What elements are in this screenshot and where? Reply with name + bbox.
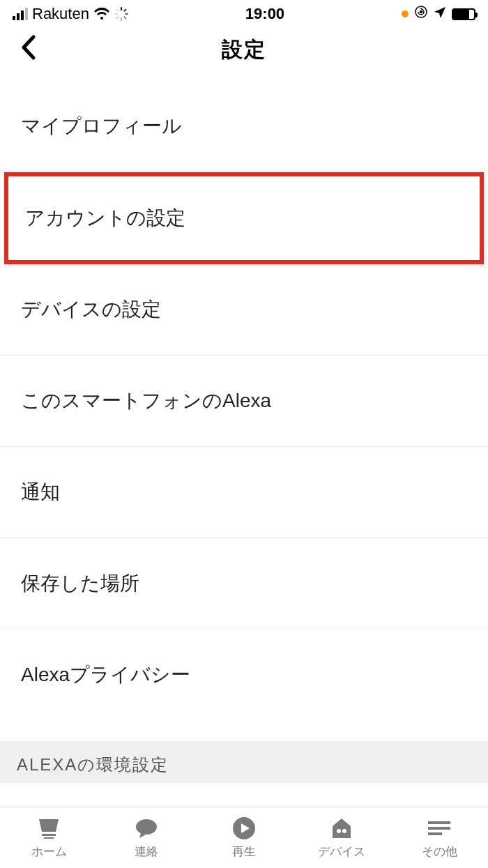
cellular-signal-icon [13,8,28,20]
row-label: Alexaプライバシー [21,664,190,685]
tab-devices[interactable]: デバイス [293,807,390,868]
carrier-label: Rakuten [32,5,89,23]
svg-point-15 [342,829,346,833]
row-alexa-on-phone[interactable]: このスマートフォンのAlexa [0,356,488,447]
clock-label: 19:00 [245,5,284,23]
svg-line-7 [117,10,119,11]
row-alexa-privacy[interactable]: Alexaプライバシー [0,630,488,720]
row-account-settings[interactable]: アカウントの設定 [4,172,484,264]
home-icon [35,816,63,841]
row-label: このスマートフォンのAlexa [21,390,271,411]
svg-rect-18 [428,832,442,835]
back-button[interactable] [20,34,36,65]
row-label: 通知 [21,481,60,503]
tab-label: その他 [422,844,457,860]
orientation-lock-icon [414,5,428,23]
row-notifications[interactable]: 通知 [0,447,488,538]
status-left: Rakuten [13,5,128,23]
svg-rect-10 [42,834,56,836]
row-device-settings[interactable]: デバイスの設定 [0,264,488,356]
section-header-alexa-env: ALEXAの環境設定 [0,741,488,783]
settings-list: マイプロフィール アカウントの設定 デバイスの設定 このスマートフォンのAlex… [0,71,488,783]
svg-line-3 [124,17,125,18]
tab-label: 連絡 [135,844,158,860]
nav-header: 設定 [0,28,488,71]
location-arrow-icon [434,5,446,23]
section-label: ALEXAの環境設定 [17,755,169,774]
svg-line-5 [117,17,119,18]
svg-point-14 [337,829,341,833]
status-bar: Rakuten 19:00 [0,0,488,28]
battery-icon [452,8,475,20]
row-label: アカウントの設定 [25,207,185,229]
devices-icon [328,816,356,841]
menu-icon [425,816,453,841]
row-label: 保存した場所 [21,572,139,594]
row-label: デバイスの設定 [21,298,161,320]
page-title: 設定 [222,36,266,64]
svg-rect-11 [44,837,54,839]
tab-home[interactable]: ホーム [0,807,98,868]
wifi-icon [93,8,110,20]
play-icon [230,816,258,841]
status-right [402,5,475,23]
svg-point-12 [136,819,157,835]
recording-indicator-icon [402,10,409,17]
tab-play[interactable]: 再生 [195,807,293,868]
tab-bar: ホーム 連絡 再生 デバイス その他 [0,807,488,868]
loading-spinner-icon [114,7,128,21]
tab-label: ホーム [31,844,67,860]
tab-more[interactable]: その他 [390,807,488,868]
chat-bubble-icon [132,816,160,841]
svg-rect-9 [420,10,422,13]
tab-contacts[interactable]: 連絡 [98,807,195,868]
row-label: マイプロフィール [21,115,182,137]
svg-line-1 [124,10,125,11]
svg-rect-16 [428,821,450,824]
row-saved-places[interactable]: 保存した場所 [0,538,488,630]
row-my-profile[interactable]: マイプロフィール [0,71,488,172]
svg-rect-17 [428,827,450,830]
tab-label: デバイス [318,844,365,860]
tab-label: 再生 [232,844,256,860]
